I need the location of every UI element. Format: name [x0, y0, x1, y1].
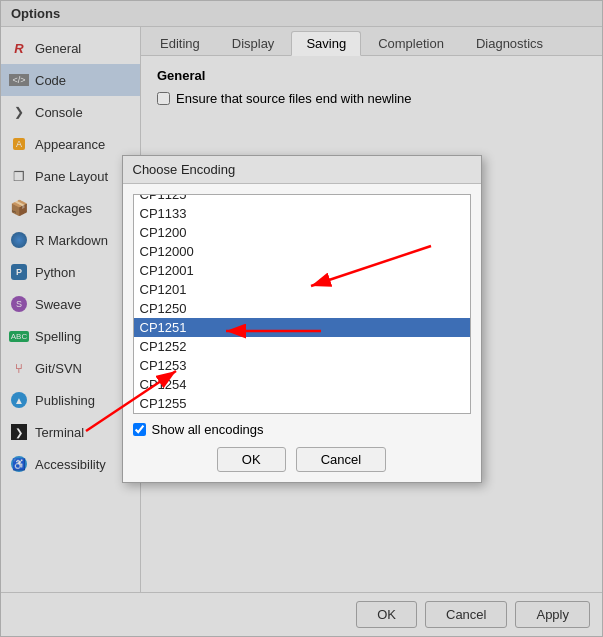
modal-overlay: Choose Encoding CP-GRCP-IScp1025CP1125CP…: [1, 1, 602, 636]
modal-cancel-button[interactable]: Cancel: [296, 447, 386, 472]
modal-buttons: OK Cancel: [133, 447, 471, 472]
encoding-item[interactable]: CP1125: [134, 194, 470, 204]
encoding-item[interactable]: CP1252: [134, 337, 470, 356]
modal-ok-button[interactable]: OK: [217, 447, 286, 472]
choose-encoding-modal: Choose Encoding CP-GRCP-IScp1025CP1125CP…: [122, 155, 482, 483]
encoding-item[interactable]: CP1133: [134, 204, 470, 223]
encoding-item[interactable]: CP12000: [134, 242, 470, 261]
encoding-item[interactable]: CP1201: [134, 280, 470, 299]
modal-titlebar: Choose Encoding: [123, 156, 481, 184]
encoding-item[interactable]: CP1253: [134, 356, 470, 375]
show-all-checkbox-row: Show all encodings: [133, 422, 471, 437]
show-all-label: Show all encodings: [152, 422, 264, 437]
encoding-item[interactable]: CP12001: [134, 261, 470, 280]
encoding-item[interactable]: CP1250: [134, 299, 470, 318]
options-window: Options R General </> Code ❯ Console: [0, 0, 603, 637]
modal-body: CP-GRCP-IScp1025CP1125CP1133CP1200CP1200…: [123, 184, 481, 482]
encoding-item[interactable]: CP1200: [134, 223, 470, 242]
encoding-item[interactable]: CP1251: [134, 318, 470, 337]
show-all-checkbox[interactable]: [133, 423, 146, 436]
modal-title: Choose Encoding: [133, 162, 236, 177]
encoding-list[interactable]: CP-GRCP-IScp1025CP1125CP1133CP1200CP1200…: [133, 194, 471, 414]
encoding-item[interactable]: CP1254: [134, 375, 470, 394]
encoding-item[interactable]: CP1255: [134, 394, 470, 413]
